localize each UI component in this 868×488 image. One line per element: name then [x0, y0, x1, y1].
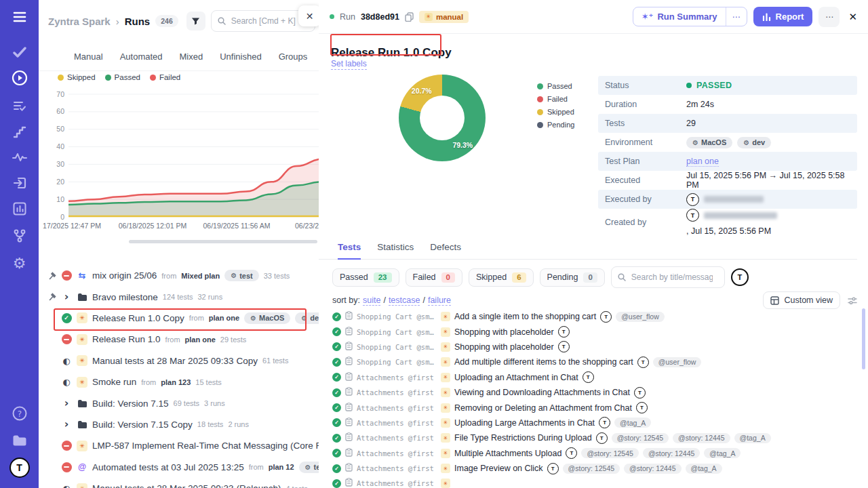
chevron-right-icon[interactable]: › — [61, 398, 72, 409]
filter-pending[interactable]: Pending0 — [540, 268, 605, 287]
manual-sparkle-icon: ✳ — [77, 377, 87, 388]
run-plan-link[interactable]: plan 12 — [269, 463, 294, 471]
test-row[interactable]: ✓Attachments @first✳Uploading Large Atta… — [319, 415, 868, 430]
list-check-icon[interactable] — [0, 96, 39, 117]
close-detail-button[interactable]: ✕ — [848, 11, 857, 23]
run-summary-button[interactable]: ✶⁺ Run Summary — [633, 7, 726, 26]
svg-text:06/18/2025 12:01 PM: 06/18/2025 12:01 PM — [119, 222, 186, 230]
run-plan-link[interactable]: plan 123 — [161, 378, 191, 386]
test-row[interactable]: ✓Shopping Cart @sm...✳Add multiple diffe… — [319, 354, 868, 369]
manual-sparkle-icon: ✳ — [441, 312, 450, 321]
close-panel-button[interactable]: ✕ — [298, 5, 319, 26]
test-row[interactable]: ✓Shopping Cart @sm...✳Add a single item … — [319, 309, 868, 324]
run-plan-link[interactable]: Mixed plan — [181, 272, 220, 280]
menu-icon[interactable] — [0, 7, 39, 27]
search-icon — [618, 273, 626, 281]
tab-statistics[interactable]: Statistics — [377, 242, 414, 259]
more-options-button[interactable]: ⋯ — [818, 7, 840, 27]
legend-label: Failed — [159, 73, 180, 81]
chevron-right-icon[interactable]: › — [61, 291, 72, 302]
test-row[interactable]: ✓Attachments @first✳ — [319, 476, 868, 488]
branch-icon[interactable] — [0, 226, 39, 246]
bar-chart-icon[interactable] — [0, 199, 39, 219]
folder-icon[interactable] — [0, 430, 39, 451]
test-assignee-avatar: T — [600, 311, 612, 323]
run-row[interactable]: ⇆mix origin 25/06fromMixed plan⚙test33 t… — [39, 265, 319, 286]
test-row[interactable]: ✓Shopping Cart @sm...✳Shopping with plac… — [319, 340, 868, 354]
runs-search-input[interactable] — [230, 16, 307, 26]
run-plan-link[interactable]: plan one — [185, 336, 216, 344]
run-group-row[interactable]: ›Build: Version 7.1569 tests3 runs — [39, 392, 319, 413]
view-settings-icon[interactable] — [848, 296, 857, 305]
user-avatar[interactable]: T — [0, 458, 39, 478]
run-row[interactable]: @Automated tests at 03 Jul 2025 13:25fro… — [39, 457, 319, 478]
run-row[interactable]: ✓✳Release Run 1.0 Copyfromplan one⚙MacOS… — [39, 308, 319, 329]
gear-icon: ⚙ — [692, 139, 698, 146]
run-row[interactable]: ◐✳Manual tests at 28 Mar 2025 09:33 Copy… — [39, 350, 319, 371]
chart-horizontal-scrollbar[interactable] — [129, 240, 317, 243]
test-row[interactable]: ✓Attachments @first✳Removing or Deleting… — [319, 400, 868, 415]
run-row[interactable]: ✳LMP-587 Implement Real-Time Chat Messag… — [39, 435, 319, 456]
donut-legend-item: Skipped — [537, 108, 574, 116]
manual-run-badge: ✳ manual — [419, 11, 469, 23]
custom-view-button[interactable]: Custom view — [763, 291, 840, 309]
report-button[interactable]: Report — [753, 7, 813, 26]
tab-tests[interactable]: Tests — [338, 242, 361, 260]
set-labels-link[interactable]: Set labels — [331, 59, 367, 70]
gear-icon[interactable]: ⚙ — [0, 253, 39, 273]
tab-mixed[interactable]: Mixed — [180, 52, 203, 62]
test-tag: @story: 12445 — [643, 448, 700, 458]
filter-button[interactable] — [186, 12, 205, 30]
test-row[interactable]: ✓Attachments @first✳File Type Restrictio… — [319, 430, 868, 445]
tab-defects[interactable]: Defects — [430, 242, 461, 259]
sort-by-failure[interactable]: failure — [428, 296, 451, 306]
check-icon[interactable] — [0, 42, 39, 62]
tests-search-input[interactable] — [630, 272, 714, 283]
test-row[interactable]: ✓Attachments @first✳Multiple Attachments… — [319, 446, 868, 461]
tab-unfinished[interactable]: Unfinished — [220, 52, 261, 62]
breadcrumb-section[interactable]: Runs — [125, 16, 151, 27]
run-group-row[interactable]: ›Build: Version 7.15 Copy18 tests2 runs — [39, 414, 319, 435]
run-row[interactable]: ✳Release Run 1.0fromplan one29 tests — [39, 329, 319, 350]
test-passed-icon: ✓ — [332, 434, 341, 443]
run-summary-more-button[interactable]: ⋯ — [726, 7, 747, 26]
breadcrumb-project[interactable]: Zyntra Spark — [48, 16, 111, 27]
tab-manual[interactable]: Manual — [74, 52, 103, 62]
test-assignee-avatar: T — [596, 432, 608, 444]
folder-icon — [77, 293, 87, 302]
filter-skipped[interactable]: Skipped6 — [469, 268, 534, 287]
test-row[interactable]: ✓Attachments @first✳Uploading an Attachm… — [319, 370, 868, 385]
copy-icon[interactable] — [405, 12, 414, 22]
test-row[interactable]: ✓Shopping Cart @sm...✳Shopping with plac… — [319, 324, 868, 339]
test-plan-link[interactable]: plan one — [686, 157, 719, 167]
run-plan-link[interactable]: plan one — [209, 314, 239, 322]
filter-failed[interactable]: Failed0 — [406, 268, 462, 287]
status-value: PASSED — [696, 81, 732, 90]
vertical-scrollbar[interactable] — [862, 308, 865, 369]
chevron-right-icon[interactable]: › — [61, 419, 72, 430]
test-row[interactable]: ✓Attachments @first✳Image Preview on Cli… — [319, 461, 868, 476]
run-group-row[interactable]: ›Bravo milestone124 tests32 runs — [39, 286, 319, 307]
tests-search[interactable] — [611, 266, 725, 288]
clipboard-icon — [345, 326, 353, 338]
help-icon[interactable]: ? — [0, 403, 39, 424]
assignee-filter-avatar[interactable]: T — [731, 268, 749, 286]
activity-icon[interactable] — [0, 147, 39, 167]
run-row[interactable]: ◐✳Manual tests at 28 Mar 2025 09:33 (Rel… — [39, 478, 319, 488]
test-row[interactable]: ✓Attachments @first✳Viewing and Download… — [319, 385, 868, 400]
user-avatar: T — [686, 209, 699, 222]
filter-passed[interactable]: Passed23 — [332, 268, 399, 287]
sort-by-testcase[interactable]: testcase — [389, 296, 420, 306]
legend-label: Passed — [115, 73, 140, 81]
sign-in-icon[interactable] — [0, 173, 39, 193]
run-row[interactable]: ◐✳Smoke runfromplan 12315 tests — [39, 371, 319, 392]
run-type-manual-icon: ✳ — [77, 312, 87, 323]
manual-sparkle-icon: ✳ — [425, 13, 433, 21]
detail-value: ⚙MacOS⚙dev — [686, 137, 771, 148]
play-circle-icon[interactable] — [0, 68, 39, 88]
tab-groups[interactable]: Groups — [279, 52, 308, 62]
steps-icon[interactable] — [0, 122, 39, 142]
tab-automated[interactable]: Automated — [120, 52, 163, 62]
clipboard-icon — [345, 356, 353, 368]
sort-by-suite[interactable]: suite — [363, 296, 380, 306]
